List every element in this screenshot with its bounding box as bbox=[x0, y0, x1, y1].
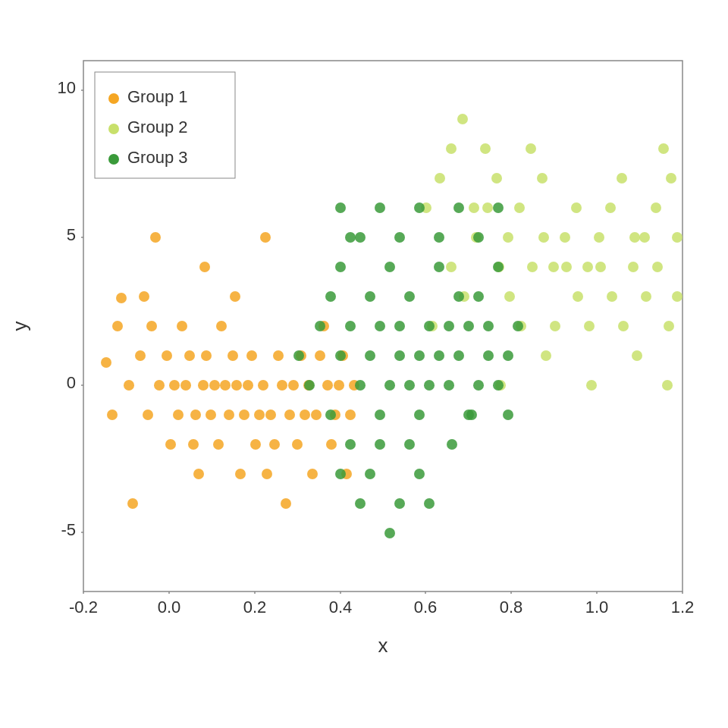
svg-point-3 bbox=[116, 293, 127, 303]
svg-point-179 bbox=[466, 410, 477, 420]
svg-point-35 bbox=[254, 410, 265, 420]
svg-point-72 bbox=[480, 143, 491, 154]
svg-point-50 bbox=[311, 410, 322, 420]
svg-point-136 bbox=[404, 291, 415, 302]
svg-point-98 bbox=[527, 262, 538, 272]
svg-point-133 bbox=[394, 350, 405, 361]
svg-point-130 bbox=[375, 410, 385, 420]
svg-point-137 bbox=[414, 350, 425, 361]
xtick-label-0.2: 0.2 bbox=[243, 598, 267, 617]
svg-point-33 bbox=[246, 350, 257, 361]
svg-point-121 bbox=[325, 410, 336, 420]
svg-point-74 bbox=[503, 232, 513, 243]
svg-point-11 bbox=[165, 439, 176, 450]
svg-point-81 bbox=[582, 262, 593, 272]
svg-point-79 bbox=[560, 232, 570, 243]
svg-point-154 bbox=[493, 262, 504, 272]
svg-point-73 bbox=[491, 173, 502, 184]
svg-point-164 bbox=[394, 498, 405, 509]
svg-point-118 bbox=[293, 350, 304, 361]
legend-group2-icon bbox=[108, 124, 119, 134]
svg-point-108 bbox=[641, 291, 651, 302]
legend-group1-icon bbox=[108, 93, 119, 104]
ytick-label-5: 5 bbox=[67, 225, 76, 244]
svg-point-111 bbox=[672, 291, 682, 302]
svg-point-161 bbox=[365, 469, 375, 479]
svg-point-110 bbox=[664, 321, 674, 331]
svg-point-69 bbox=[446, 143, 457, 154]
svg-point-128 bbox=[365, 291, 375, 302]
svg-point-1 bbox=[101, 357, 111, 368]
svg-point-175 bbox=[473, 232, 484, 243]
svg-point-77 bbox=[537, 173, 548, 184]
svg-point-104 bbox=[595, 262, 606, 272]
svg-point-170 bbox=[375, 202, 385, 213]
xtick-label-m0.2: -0.2 bbox=[69, 598, 98, 617]
svg-point-82 bbox=[594, 232, 604, 243]
svg-point-119 bbox=[304, 380, 315, 391]
svg-point-156 bbox=[503, 410, 513, 420]
svg-point-59 bbox=[345, 410, 356, 420]
legend-group3-icon bbox=[108, 154, 119, 165]
svg-point-140 bbox=[424, 380, 435, 391]
svg-point-155 bbox=[503, 350, 513, 361]
svg-point-124 bbox=[345, 321, 356, 331]
svg-point-131 bbox=[384, 380, 395, 391]
svg-point-87 bbox=[651, 202, 661, 213]
svg-point-89 bbox=[666, 173, 676, 184]
svg-point-152 bbox=[483, 321, 494, 331]
svg-point-7 bbox=[143, 410, 153, 420]
svg-point-31 bbox=[239, 410, 249, 420]
svg-point-122 bbox=[335, 350, 346, 361]
svg-point-120 bbox=[315, 321, 325, 331]
svg-point-172 bbox=[414, 202, 425, 213]
svg-point-24 bbox=[213, 439, 224, 450]
x-axis-label: x bbox=[378, 634, 388, 657]
svg-point-103 bbox=[584, 321, 595, 331]
svg-point-19 bbox=[193, 469, 204, 479]
svg-point-132 bbox=[384, 262, 395, 272]
svg-point-83 bbox=[605, 202, 616, 213]
svg-point-160 bbox=[355, 498, 366, 509]
svg-point-41 bbox=[277, 380, 287, 391]
svg-point-8 bbox=[146, 321, 157, 331]
svg-point-16 bbox=[184, 350, 195, 361]
svg-point-21 bbox=[201, 350, 212, 361]
svg-point-36 bbox=[258, 380, 268, 391]
xtick-label-0.8: 0.8 bbox=[500, 598, 523, 617]
svg-point-174 bbox=[453, 202, 464, 213]
svg-point-102 bbox=[573, 291, 583, 302]
svg-point-42 bbox=[281, 498, 291, 509]
svg-point-56 bbox=[334, 380, 344, 391]
svg-point-123 bbox=[335, 262, 346, 272]
svg-point-15 bbox=[180, 380, 191, 391]
ytick-label-minus5: -5 bbox=[61, 520, 76, 539]
y-axis-label: y bbox=[8, 322, 31, 331]
svg-point-91 bbox=[446, 262, 457, 272]
svg-point-66 bbox=[260, 232, 271, 243]
svg-point-151 bbox=[483, 350, 494, 361]
svg-point-142 bbox=[434, 262, 444, 272]
svg-point-88 bbox=[658, 143, 669, 154]
svg-point-4 bbox=[107, 410, 118, 420]
svg-point-20 bbox=[198, 380, 209, 391]
svg-point-26 bbox=[220, 380, 231, 391]
svg-point-28 bbox=[228, 350, 238, 361]
svg-point-126 bbox=[355, 380, 366, 391]
svg-point-13 bbox=[173, 410, 184, 420]
svg-point-62 bbox=[139, 291, 149, 302]
svg-point-141 bbox=[434, 350, 444, 361]
svg-point-135 bbox=[404, 380, 415, 391]
svg-point-18 bbox=[190, 410, 201, 420]
legend-group2-label: Group 2 bbox=[127, 118, 188, 136]
svg-point-150 bbox=[473, 291, 484, 302]
svg-point-10 bbox=[162, 350, 172, 361]
xtick-label-1.0: 1.0 bbox=[585, 598, 609, 617]
svg-point-117 bbox=[662, 380, 673, 391]
svg-point-171 bbox=[394, 232, 405, 243]
svg-point-99 bbox=[538, 232, 549, 243]
svg-point-94 bbox=[482, 202, 493, 213]
svg-point-54 bbox=[326, 439, 337, 450]
svg-point-177 bbox=[513, 321, 523, 331]
svg-point-145 bbox=[453, 291, 464, 302]
